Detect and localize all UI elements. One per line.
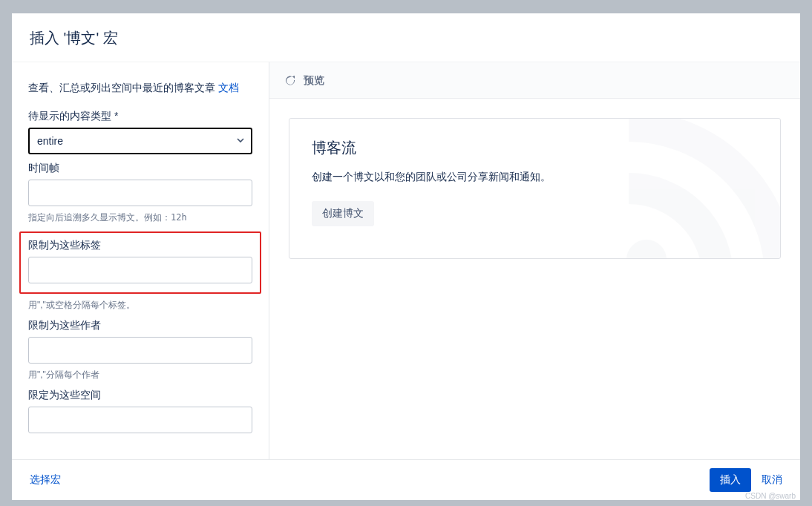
preview-panel: 预览 博客流 创建一个博文以和您的团队或公司分享新闻和通知。 创建博文 [269,62,800,459]
spaces-label: 限定为这些空间 [28,389,252,402]
blogstream-description: 创建一个博文以和您的团队或公司分享新闻和通知。 [312,168,564,185]
rss-icon [602,118,781,259]
labels-highlight-box: 限制为这些标签 [19,231,261,294]
refresh-icon [284,75,296,87]
preview-content: 博客流 创建一个博文以和您的团队或公司分享新闻和通知。 创建博文 [269,98,800,459]
labels-field: 限制为这些标签 用","或空格分隔每个标签。 [28,231,252,312]
timeframe-label: 时间帧 [28,162,252,175]
labels-help: 用","或空格分隔每个标签。 [28,298,252,312]
dialog-footer: 选择宏 插入 取消 [12,459,800,500]
timeframe-help: 指定向后追溯多久显示博文。例如：12h [28,211,252,224]
insert-button[interactable]: 插入 [710,468,751,492]
dialog-title: 插入 '博文' 宏 [30,28,782,48]
config-panel[interactable]: 查看、汇总或列出空间中最近的博客文章 文档 待显示的内容类型 entire 时间… [12,62,269,459]
macro-dialog: 插入 '博文' 宏 查看、汇总或列出空间中最近的博客文章 文档 待显示的内容类型… [12,13,800,500]
svg-point-0 [626,240,667,259]
labels-input[interactable] [28,257,252,283]
labels-label: 限制为这些标签 [28,239,252,252]
authors-label: 限制为这些作者 [28,319,252,332]
timeframe-field: 时间帧 指定向后追溯多久显示博文。例如：12h [28,162,252,224]
macro-description: 查看、汇总或列出空间中最近的博客文章 文档 [28,80,252,96]
dialog-body: 查看、汇总或列出空间中最近的博客文章 文档 待显示的内容类型 entire 时间… [12,62,800,459]
blogstream-card: 博客流 创建一个博文以和您的团队或公司分享新闻和通知。 创建博文 [289,118,781,259]
watermark: CSDN @swarb [745,492,796,500]
spaces-input[interactable] [28,407,252,433]
create-blog-button[interactable]: 创建博文 [312,201,374,226]
select-macro-link[interactable]: 选择宏 [30,473,61,487]
documentation-link[interactable]: 文档 [218,82,239,93]
content-type-field: 待显示的内容类型 entire [28,110,252,154]
content-type-select[interactable]: entire [28,128,252,154]
timeframe-input[interactable] [28,180,252,206]
preview-header: 预览 [269,62,800,98]
authors-help: 用","分隔每个作者 [28,368,252,381]
preview-label: 预览 [304,74,324,88]
content-type-label: 待显示的内容类型 [28,110,252,123]
description-text: 查看、汇总或列出空间中最近的博客文章 [28,82,218,93]
cancel-button[interactable]: 取消 [762,473,782,487]
spaces-field: 限定为这些空间 [28,389,252,433]
authors-field: 限制为这些作者 用","分隔每个作者 [28,319,252,381]
authors-input[interactable] [28,337,252,364]
dialog-header: 插入 '博文' 宏 [12,13,800,62]
